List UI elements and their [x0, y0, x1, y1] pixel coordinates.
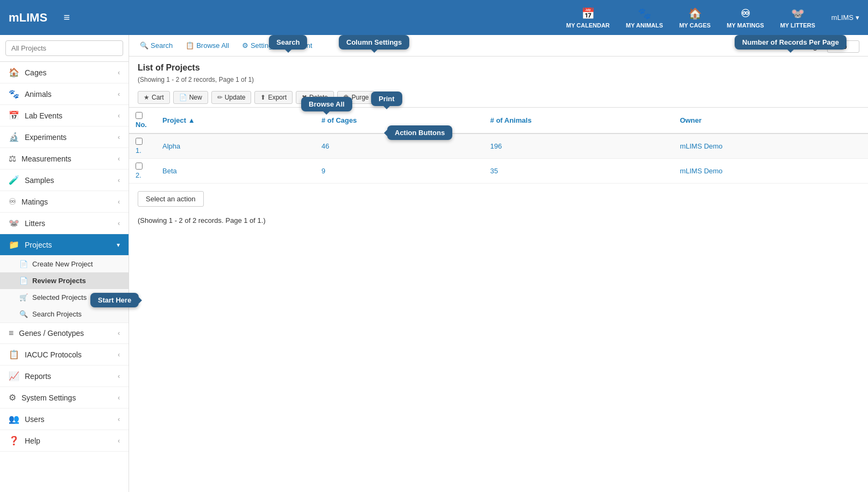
sidebar-item-projects[interactable]: 📁 Projects ▾ [0, 234, 129, 256]
chevron-projects: ▾ [117, 241, 120, 249]
records-per-page-input[interactable] [827, 40, 859, 53]
row-project-link[interactable]: Alpha [162, 142, 180, 150]
purge-label: Purge [352, 94, 369, 101]
animals-sidebar-icon: 🐾 [9, 89, 19, 99]
sidebar-label-cages: Cages [25, 68, 46, 77]
update-button[interactable]: ✏ Update [211, 91, 252, 104]
chevron-lab-events: ‹ [118, 112, 120, 120]
samples-icon: 🧪 [9, 175, 19, 185]
reports-icon: 📈 [9, 371, 19, 381]
content-area: 🔍 Search 📋 Browse All ⚙ Settings 🖨 Print… [129, 35, 868, 492]
sidebar-search-input[interactable] [5, 40, 123, 56]
sidebar-item-litters[interactable]: 🐭 Litters ‹ [0, 213, 129, 234]
sidebar-item-system-settings[interactable]: ⚙ System Settings ‹ [0, 387, 129, 409]
chevron-matings: ‹ [118, 198, 120, 206]
nav-animals[interactable]: 🐾 MY ANIMALS [626, 7, 663, 29]
sidebar-label-litters: Litters [25, 219, 45, 228]
sidebar-item-genes[interactable]: ≡ Genes / Genotypes ‹ [0, 323, 129, 344]
submenu-create-label: Create New Project [32, 260, 93, 268]
sidebar-item-experiments[interactable]: 🔬 Experiments ‹ [0, 126, 129, 148]
cages-sidebar-icon: 🏠 [9, 67, 19, 78]
sidebar-item-iacuc[interactable]: 📋 IACUC Protocols ‹ [0, 344, 129, 366]
export-button[interactable]: ⬆ Export [254, 91, 293, 104]
row-owner-link[interactable]: mLIMS Demo [680, 142, 722, 150]
row-cages-link[interactable]: 9 [322, 167, 325, 175]
projects-submenu: 📄 Create New Project 📄 Review Projects 🛒… [0, 256, 129, 323]
update-icon: ✏ [217, 94, 223, 101]
header-owner[interactable]: Owner [673, 108, 868, 133]
new-icon: 📄 [179, 94, 187, 101]
sidebar-label-lab-events: Lab Events [25, 111, 62, 120]
sidebar: 🏠 Cages ‹ 🐾 Animals ‹ 📅 Lab Events ‹ 🔬 [0, 35, 129, 492]
row-checkbox[interactable] [136, 163, 143, 170]
submenu-review-projects[interactable]: 📄 Review Projects [0, 272, 129, 289]
submenu-review-label: Review Projects [32, 277, 86, 285]
sidebar-item-animals[interactable]: 🐾 Animals ‹ [0, 83, 129, 105]
sidebar-item-measurements[interactable]: ⚖ Measurements ‹ [0, 148, 129, 170]
sidebar-item-help[interactable]: ❓ Help ‹ [0, 430, 129, 452]
user-menu[interactable]: mLIMS ▾ [831, 13, 859, 22]
row-checkbox[interactable] [136, 138, 143, 145]
records-per-page: # of Records Per Page: [750, 40, 859, 53]
search-toolbar-btn[interactable]: 🔍 Search [138, 40, 175, 51]
settings-toolbar-btn[interactable]: ⚙ Settings [240, 40, 278, 51]
browse-all-toolbar-btn[interactable]: 📋 Browse All [183, 40, 231, 51]
print-toolbar-btn[interactable]: 🖨 Print [287, 40, 315, 51]
header-owner-label: Owner [680, 116, 701, 124]
select-all-checkbox[interactable] [136, 112, 143, 119]
header-project[interactable]: Project ▲ [156, 108, 315, 133]
chevron-help: ‹ [118, 437, 120, 445]
select-action-label: Select an action [146, 195, 196, 203]
sidebar-label-projects: Projects [25, 241, 52, 249]
table-header-row: No. Project ▲ # of Cages # of Animals Ow… [129, 108, 868, 133]
delete-button[interactable]: ✖ Delete [296, 91, 334, 104]
sidebar-label-users: Users [25, 415, 45, 424]
sidebar-item-cages[interactable]: 🏠 Cages ‹ [0, 62, 129, 83]
nav-cages[interactable]: 🏠 MY CAGES [679, 7, 710, 29]
sidebar-item-reports[interactable]: 📈 Reports ‹ [0, 366, 129, 387]
sidebar-label-system-settings: System Settings [22, 393, 76, 402]
litters-sidebar-icon: 🐭 [9, 218, 19, 228]
nav-litters[interactable]: 🐭 MY LITTERS [780, 7, 815, 29]
header-cages[interactable]: # of Cages [315, 108, 484, 133]
export-label: Export [268, 94, 287, 101]
experiments-icon: 🔬 [9, 132, 19, 142]
submenu-create-new-project[interactable]: 📄 Create New Project [0, 256, 129, 272]
submenu-selected-label: Selected Projects [32, 293, 87, 301]
header-animals[interactable]: # of Animals [484, 108, 674, 133]
chevron-samples: ‹ [118, 177, 120, 184]
action-buttons-row: ★ Cart 📄 New ✏ Update ⬆ Export ✖ Delete … [129, 88, 868, 108]
sidebar-item-users[interactable]: 👥 Users ‹ [0, 409, 129, 430]
hamburger-menu[interactable]: ≡ [63, 11, 70, 24]
submenu-search-label: Search Projects [32, 310, 82, 318]
row-cages-link[interactable]: 46 [322, 142, 329, 150]
submenu-selected-projects[interactable]: 🛒 Selected Projects [0, 289, 129, 306]
row-project-link[interactable]: Beta [162, 167, 177, 175]
sidebar-item-matings[interactable]: ♾ Matings ‹ [0, 191, 129, 213]
row-no-link[interactable]: 1. [136, 146, 141, 154]
sidebar-item-lab-events[interactable]: 📅 Lab Events ‹ [0, 105, 129, 126]
purge-button[interactable]: 🗑 Purge [337, 91, 375, 104]
new-button[interactable]: 📄 New [173, 91, 208, 104]
row-no-link[interactable]: 2. [136, 171, 141, 179]
new-label: New [189, 94, 202, 101]
animals-icon: 🐾 [638, 7, 651, 20]
row-animals-link[interactable]: 35 [490, 167, 498, 175]
sidebar-label-iacuc: IACUC Protocols [25, 350, 82, 359]
genes-icon: ≡ [9, 328, 13, 338]
app-title: mLIMS [9, 11, 47, 25]
row-owner-link[interactable]: mLIMS Demo [680, 167, 722, 175]
chevron-iacuc: ‹ [118, 351, 120, 359]
row-animals-link[interactable]: 196 [490, 142, 502, 150]
cart-button[interactable]: ★ Cart [138, 91, 170, 104]
nav-matings[interactable]: ♾ MY MATINGS [727, 7, 764, 29]
measurements-icon: ⚖ [9, 153, 16, 164]
sidebar-item-samples[interactable]: 🧪 Samples ‹ [0, 170, 129, 191]
nav-animals-label: MY ANIMALS [626, 22, 663, 29]
nav-calendar[interactable]: 📅 MY CALENDAR [566, 7, 610, 29]
select-action-button[interactable]: Select an action [138, 191, 204, 207]
nav-calendar-label: MY CALENDAR [566, 22, 610, 29]
matings-sidebar-icon: ♾ [9, 196, 16, 207]
submenu-search-projects[interactable]: 🔍 Search Projects [0, 306, 129, 322]
litters-icon: 🐭 [791, 7, 805, 20]
